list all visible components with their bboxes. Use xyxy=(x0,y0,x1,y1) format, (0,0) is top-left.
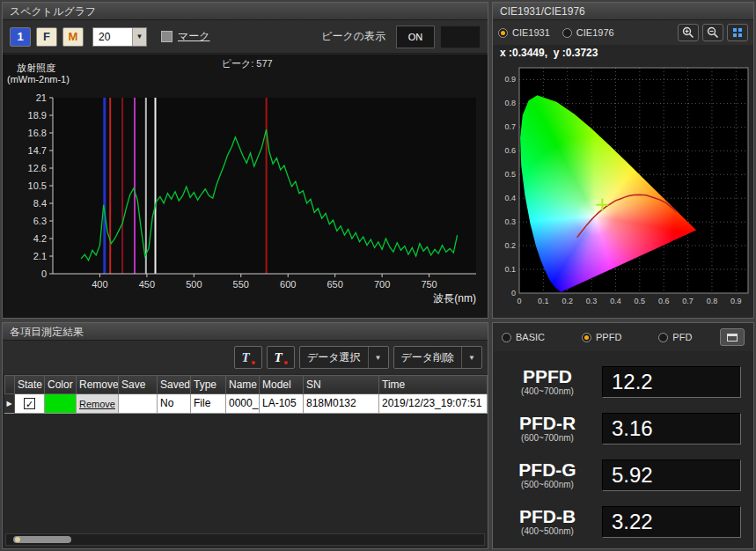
zoom-in-button[interactable] xyxy=(678,24,699,41)
zoom-in-icon xyxy=(682,26,694,39)
state-checkbox[interactable]: ✓ xyxy=(24,398,35,409)
data-select-label: データ選択 xyxy=(300,350,368,365)
radio-cie1976[interactable]: CIE1976 xyxy=(562,27,614,38)
cie-plot: 000.10.10.20.20.30.30.40.40.50.50.60.60.… xyxy=(493,62,753,318)
cie-x-tick-label: 0.3 xyxy=(586,297,598,305)
column-header-remove[interactable]: Remove xyxy=(77,375,119,394)
radio-label: PFD xyxy=(672,332,692,342)
name-cell: 0000_ xyxy=(226,394,260,414)
save-cell[interactable] xyxy=(119,394,158,414)
radio-pfd[interactable]: PFD xyxy=(658,332,692,342)
cie-y-tick-label: 0.5 xyxy=(504,170,516,179)
chevron-down-icon: ▼ xyxy=(132,28,146,46)
cie-x-tick-label: 0.5 xyxy=(635,297,646,305)
x-tick-label: 550 xyxy=(233,279,249,290)
measurement-range: (400~700nm) xyxy=(500,386,595,396)
mark-checkbox[interactable] xyxy=(161,31,172,42)
average-count-select[interactable]: 20 ▼ xyxy=(92,27,147,47)
x-tick-label: 500 xyxy=(186,279,202,290)
state-cell[interactable]: ✓ xyxy=(15,394,45,414)
table-row[interactable]: ▶✓RemoveNoFile0000_LA-105818M01322019/12… xyxy=(4,394,488,414)
y-tick-label: 2.1 xyxy=(33,251,47,261)
remove-button[interactable]: Remove xyxy=(79,395,115,413)
select-value: 20 xyxy=(93,31,132,43)
radio-label: CIE1931 xyxy=(512,27,550,38)
column-header-state[interactable]: State xyxy=(15,375,45,394)
y-tick-label: 12.6 xyxy=(28,163,47,173)
cie-y-tick-label: 0.4 xyxy=(504,194,516,202)
radio-dot xyxy=(498,28,508,38)
font-style-button-1[interactable]: T xyxy=(234,346,262,369)
row-selector[interactable]: ▶ xyxy=(4,394,15,414)
remove-cell: Remove xyxy=(77,394,119,414)
chromaticity-coordinates: x :0.3449, y :0.3723 xyxy=(493,45,753,61)
display-mode-button[interactable] xyxy=(720,328,745,346)
cie-x-tick-label: 0.2 xyxy=(561,297,573,305)
y-tick-label: 16.8 xyxy=(28,128,47,138)
column-header-model[interactable]: Model xyxy=(260,375,304,394)
y-tick-label: 10.5 xyxy=(28,180,47,191)
application-window: スペクトルグラフ 1 F M 20 ▼ マーク ピークの表示 ON 放射照度 (… xyxy=(0,0,756,551)
measurement-row-pfd-b: PFD-B(400~500nm)3.22 xyxy=(493,498,753,545)
view-m-button[interactable]: M xyxy=(62,27,84,47)
column-header-type[interactable]: Type xyxy=(191,375,226,394)
cie-y-tick-label: 0.7 xyxy=(504,122,516,131)
font-style-button-2[interactable]: T xyxy=(267,346,295,369)
radio-basic[interactable]: BASIC xyxy=(502,332,545,342)
data-delete-button[interactable]: データ削除 ▼ xyxy=(393,346,482,369)
results-toolbar: T T データ選択 ▼ データ削除 ▼ xyxy=(3,341,488,374)
grid-icon xyxy=(733,28,737,32)
radio-label: PPFD xyxy=(596,332,621,342)
radio-cie1931[interactable]: CIE1931 xyxy=(498,27,550,38)
y-tick-label: 4.2 xyxy=(33,233,47,244)
column-header-sn[interactable]: SN xyxy=(304,375,379,394)
cie-x-tick-label: 0.6 xyxy=(658,297,670,305)
column-header-save[interactable]: Save xyxy=(119,375,158,394)
spectral-graph-panel: スペクトルグラフ 1 F M 20 ▼ マーク ピークの表示 ON 放射照度 (… xyxy=(2,2,488,319)
column-header-color[interactable]: Color xyxy=(45,375,77,394)
peak-toggle-on-button[interactable]: ON xyxy=(396,26,435,48)
measurement-range: (600~700nm) xyxy=(500,433,595,443)
spectral-toolbar: 1 F M 20 ▼ マーク ピークの表示 ON xyxy=(3,20,488,54)
column-header-saved[interactable]: Saved xyxy=(158,375,191,394)
peak-value-label: ピーク: 577 xyxy=(222,58,273,69)
y-tick-label: 6.3 xyxy=(33,216,47,226)
radio-label: CIE1976 xyxy=(576,27,614,38)
cie-diagram-panel: CIE1931/CIE1976 CIE1931CIE1976 xyxy=(492,2,754,319)
spectrum-chart: 放射照度 (mWm-2nm-1) 02.14.26.38.410.512.614… xyxy=(3,55,488,318)
y-tick-label: 21 xyxy=(36,92,47,103)
view-1-button[interactable]: 1 xyxy=(10,27,31,47)
measurement-values: PPFD(400~700nm)12.2PFD-R(600~700nm)3.16P… xyxy=(493,358,753,545)
horizontal-scrollbar[interactable] xyxy=(5,533,485,546)
chevron-down-icon: ▼ xyxy=(461,347,481,368)
zoom-out-button[interactable] xyxy=(702,24,723,41)
cie-x-tick-label: 0.4 xyxy=(610,297,621,305)
sn-cell: 818M0132 xyxy=(304,394,379,414)
cie-toolbar: CIE1931CIE1976 xyxy=(493,20,753,45)
view-f-button[interactable]: F xyxy=(36,27,57,47)
x-tick-label: 400 xyxy=(92,279,107,290)
results-table: StateColorRemoveSaveSavedTypeNameModelSN… xyxy=(4,375,488,414)
y-tick-label: 14.7 xyxy=(28,145,47,156)
color-cell[interactable] xyxy=(45,394,77,414)
measurement-row-ppfd: PPFD(400~700nm)12.2 xyxy=(493,358,753,405)
radio-dot xyxy=(582,333,591,342)
cie-y-tick-label: 0.1 xyxy=(504,265,516,274)
saved-cell: No xyxy=(158,394,191,414)
data-select-button[interactable]: データ選択 ▼ xyxy=(299,346,388,369)
radio-dot xyxy=(502,333,511,342)
cie-y-tick-label: 0.3 xyxy=(504,217,516,226)
model-cell: LA-105 xyxy=(260,394,304,414)
radio-dot xyxy=(562,28,572,38)
radio-ppfd[interactable]: PPFD xyxy=(582,332,621,342)
cie-x-tick-label: 0 xyxy=(517,297,521,305)
x-tick-label: 650 xyxy=(327,279,342,290)
cie-y-tick-label: 0.9 xyxy=(504,75,516,84)
measurement-value: 12.2 xyxy=(602,366,741,398)
radio-label: BASIC xyxy=(516,332,545,342)
scrollbar-thumb[interactable] xyxy=(13,536,71,543)
fit-view-button[interactable] xyxy=(727,24,748,41)
peak-toggle-off-area[interactable] xyxy=(440,26,481,48)
column-header-name[interactable]: Name xyxy=(226,375,260,394)
column-header-time[interactable]: Time xyxy=(379,375,488,394)
